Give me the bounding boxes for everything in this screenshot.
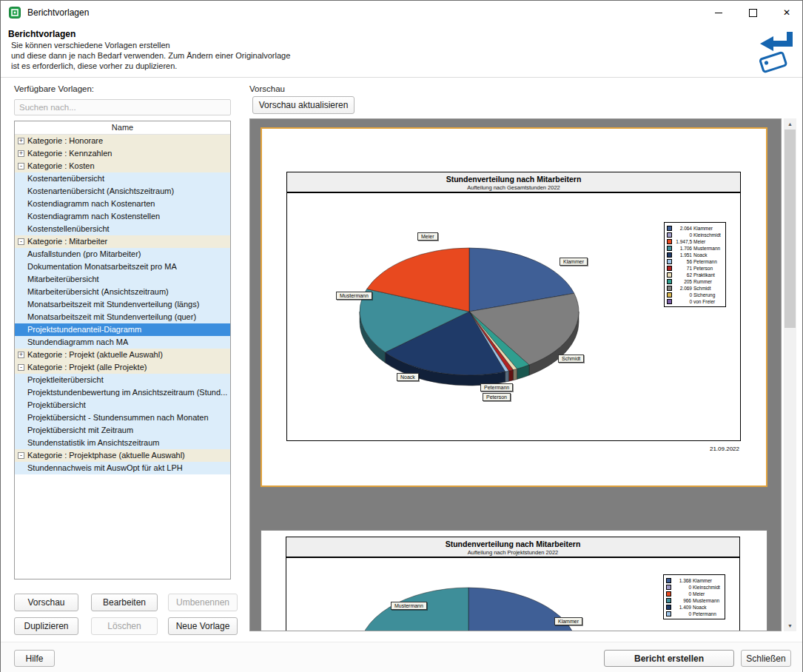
- tree-item-label: Kategorie : Projekt (alle Projekte): [27, 361, 147, 374]
- template-tree[interactable]: Name +Kategorie : Honorare+Kategorie : K…: [14, 121, 231, 579]
- page-title: Berichtvorlagen: [8, 29, 75, 39]
- header-divider: [1, 77, 802, 78]
- tree-item-label: Kostendiagramm nach Kostenstellen: [27, 210, 160, 223]
- bericht-erstellen-button[interactable]: Bericht erstellen: [604, 650, 734, 667]
- tree-item[interactable]: Kostenartenübersicht (Ansichtszeitraum): [15, 185, 230, 198]
- hilfe-button[interactable]: Hilfe: [14, 650, 55, 667]
- legend-entry: 0Petermann: [666, 611, 722, 617]
- tree-item[interactable]: Kostendiagramm nach Kostenarten: [15, 198, 230, 210]
- report-header-1: Stundenverteilung nach Mitarbeitern Auft…: [286, 172, 741, 192]
- legend-entry: 1.409Noack: [666, 604, 722, 611]
- collapse-icon[interactable]: -: [18, 238, 24, 245]
- tree-item[interactable]: Projektstundenbewertung im Ansichtszeitr…: [15, 386, 230, 399]
- duplizieren-button[interactable]: Duplizieren: [14, 617, 78, 635]
- tree-item-label: Ausfallstunden (pro Mitarbeiter): [27, 248, 141, 261]
- tree-item[interactable]: Ausfallstunden (pro Mitarbeiter): [15, 248, 230, 261]
- refresh-preview-button[interactable]: Vorschau aktualisieren: [252, 96, 355, 114]
- tree-item[interactable]: Monatsarbeitszeit mit Stundenverteilung …: [15, 298, 230, 311]
- preview-scrollbar[interactable]: ▲ ▼: [784, 118, 796, 631]
- legend-entry: 2.064Klammer: [667, 225, 723, 232]
- tree-item[interactable]: Monatsarbeitszeit mit Stundenverteilung …: [15, 311, 230, 323]
- close-button[interactable]: ✕: [770, 1, 803, 24]
- tree-item[interactable]: Kostenstellenübersicht: [15, 223, 230, 235]
- collapse-icon[interactable]: -: [18, 163, 24, 169]
- tree-item[interactable]: Stundendiagramm nach MA: [15, 336, 230, 349]
- tree-body: +Kategorie : Honorare+Kategorie : Kennza…: [15, 135, 230, 474]
- scroll-down-icon[interactable]: ▼: [784, 620, 796, 631]
- tree-item[interactable]: Projektstundenanteil-Diagramm: [15, 323, 230, 336]
- legend-color-swatch: [667, 292, 672, 298]
- tree-item[interactable]: -Kategorie : Kosten: [15, 160, 230, 172]
- report-page-2[interactable]: Stundenverteilung nach Mitarbeitern Auft…: [261, 530, 767, 631]
- vorschau-button[interactable]: Vorschau: [14, 594, 78, 611]
- pie-label-mustermann: Mustermann: [336, 292, 372, 300]
- tree-item[interactable]: Projektübersicht: [15, 399, 230, 411]
- search-input[interactable]: [14, 99, 231, 115]
- tree-item-label: Stundendiagramm nach MA: [27, 336, 128, 349]
- report-title-1: Stundenverteilung nach Mitarbeitern: [287, 175, 740, 184]
- tree-item[interactable]: +Kategorie : Kennzahlen: [15, 147, 230, 160]
- tree-item[interactable]: +Kategorie : Projekt (aktuelle Auswahl): [15, 349, 230, 361]
- expand-icon[interactable]: +: [18, 138, 24, 144]
- tree-item[interactable]: -Kategorie : Projekt (alle Projekte): [15, 361, 230, 374]
- tree-item[interactable]: +Kategorie : Honorare: [15, 135, 230, 147]
- tree-item[interactable]: -Kategorie : Mitarbeiter: [15, 235, 230, 248]
- pie-label-schmidt: Schmidt: [558, 355, 584, 363]
- legend-entry: 62Praktikant: [667, 272, 723, 278]
- maximize-icon: [749, 9, 757, 17]
- tree-item-label: Projektübersicht: [27, 399, 86, 411]
- tree-item[interactable]: Kostenartenübersicht: [15, 172, 230, 185]
- legend-color-swatch: [666, 605, 671, 610]
- chart-legend-1: 2.064Klammer0Kleinschmidt1.947,5Meier1.7…: [664, 222, 726, 307]
- tree-item[interactable]: Projektleiterübersicht: [15, 374, 230, 386]
- tree-item[interactable]: Mitarbeiterübersicht: [15, 273, 230, 286]
- tree-item[interactable]: Projektübersicht mit Zeitraum: [15, 424, 230, 437]
- close-icon: ✕: [783, 7, 790, 18]
- tree-item-label: Kategorie : Kosten: [27, 160, 95, 172]
- tree-item-label: Stundenstatistik im Ansichtszeitraum: [27, 437, 160, 449]
- bearbeiten-button[interactable]: Bearbeiten: [91, 594, 158, 611]
- description-line-1: Sie können verschiedene Vorlagen erstell…: [11, 41, 170, 50]
- collapse-icon[interactable]: -: [18, 364, 24, 371]
- report-page-1[interactable]: Stundenverteilung nach Mitarbeitern Auft…: [261, 127, 767, 487]
- legend-entry: 1.947,5Meier: [667, 238, 723, 245]
- tree-item-label: Kostenartenübersicht (Ansichtszeitraum): [27, 185, 174, 198]
- tree-item[interactable]: Mitarbeiterübersicht (Ansichtszeitraum): [15, 286, 230, 298]
- schliessen-button[interactable]: Schließen: [741, 650, 791, 667]
- legend-color-swatch: [666, 585, 671, 590]
- tree-item-label: Mitarbeiterübersicht (Ansichtszeitraum): [27, 286, 169, 298]
- neue-vorlage-button[interactable]: Neue Vorlage: [168, 617, 238, 635]
- tree-item-label: Dokumentation Monatsarbeitszeit pro MA: [27, 261, 177, 273]
- scrollbar-thumb[interactable]: [784, 130, 796, 328]
- chart-area-1: 2.064Klammer0Kleinschmidt1.947,5Meier1.7…: [286, 192, 741, 441]
- legend-color-swatch: [666, 611, 671, 616]
- maximize-button[interactable]: [736, 1, 770, 24]
- expand-icon[interactable]: +: [18, 352, 24, 358]
- loeschen-button[interactable]: Löschen: [91, 617, 158, 635]
- tree-item[interactable]: Projektübersicht - Stundensummen nach Mo…: [15, 411, 230, 424]
- legend-color-swatch: [667, 252, 672, 258]
- tree-item[interactable]: Dokumentation Monatsarbeitszeit pro MA: [15, 261, 230, 273]
- collapse-icon[interactable]: -: [18, 452, 24, 459]
- tree-item[interactable]: Stundenstatistik im Ansichtszeitraum: [15, 437, 230, 449]
- minimize-button[interactable]: [702, 1, 736, 24]
- preview-area: Stundenverteilung nach Mitarbeitern Auft…: [249, 118, 782, 631]
- tree-item-label: Projektübersicht mit Zeitraum: [27, 424, 133, 437]
- legend-color-swatch: [667, 246, 672, 251]
- legend-color-swatch: [667, 232, 672, 238]
- legend-entry: 0von Freier: [667, 298, 723, 305]
- description-line-3: ist es erforderlich, diese vorher zu dup…: [11, 61, 177, 70]
- report-date: 21.09.2022: [710, 446, 739, 452]
- expand-icon[interactable]: +: [18, 150, 24, 157]
- tree-item[interactable]: Stundennachweis mit AuswOpt für akt LPH: [15, 462, 230, 474]
- tree-item-label: Kostenartenübersicht: [27, 172, 104, 185]
- umbenennen-button[interactable]: Umbenennen: [168, 594, 238, 611]
- tree-item-label: Monatsarbeitszeit mit Stundenverteilung …: [27, 298, 199, 311]
- tree-item[interactable]: Kostendiagramm nach Kostenstellen: [15, 210, 230, 223]
- legend-color-swatch: [666, 598, 671, 603]
- tree-item[interactable]: -Kategorie : Projektphase (aktuelle Ausw…: [15, 449, 230, 462]
- chart-legend-2: 1.368Klammer0Kleinschmidt0Meier966Muster…: [663, 574, 725, 619]
- legend-entry: 1.368Klammer: [666, 577, 722, 584]
- scroll-up-icon[interactable]: ▲: [784, 118, 796, 130]
- pie2-label-klammer: Klammer: [554, 617, 582, 625]
